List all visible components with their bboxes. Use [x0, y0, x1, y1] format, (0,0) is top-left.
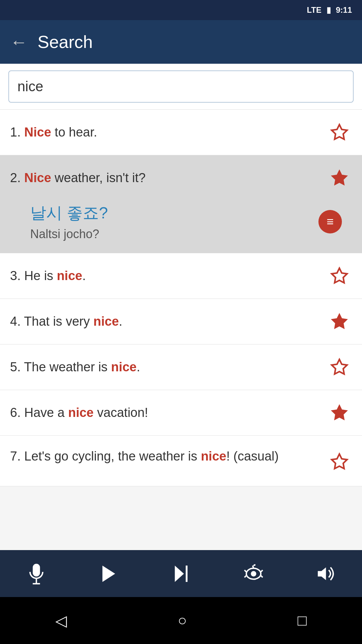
- favorite-button[interactable]: [327, 400, 352, 425]
- list-item[interactable]: 4. That is very nice.: [0, 299, 362, 344]
- slow-button[interactable]: [236, 556, 271, 591]
- svg-marker-10: [175, 566, 184, 582]
- nav-recents-icon[interactable]: □: [298, 612, 307, 629]
- result-text: 4. That is very nice.: [10, 313, 327, 330]
- volume-button[interactable]: [308, 556, 344, 591]
- signal-icon: LTE: [307, 5, 321, 15]
- svg-marker-9: [102, 566, 115, 582]
- back-icon: ←: [10, 32, 27, 52]
- turtle-icon: [243, 563, 264, 585]
- svg-marker-4: [332, 360, 347, 374]
- nav-home-icon[interactable]: ○: [178, 612, 187, 629]
- back-button[interactable]: ←: [10, 33, 27, 51]
- svg-marker-2: [332, 268, 347, 283]
- svg-line-14: [244, 570, 246, 572]
- svg-rect-11: [186, 566, 187, 582]
- svg-line-17: [261, 575, 262, 577]
- result-text: 5. The weather is nice.: [10, 358, 327, 376]
- svg-marker-1: [332, 170, 347, 185]
- svg-marker-6: [332, 454, 347, 469]
- svg-line-15: [244, 575, 246, 577]
- bottom-toolbar: [0, 550, 362, 597]
- list-item-expanded[interactable]: 2. Nice weather, isn't it? 날시 좋죠? Naltsi…: [0, 155, 362, 253]
- result-text: 7. Let's go cycling, the weather is nice…: [10, 447, 327, 465]
- favorite-button[interactable]: [327, 120, 352, 145]
- favorite-button[interactable]: [327, 263, 352, 288]
- favorite-button[interactable]: [327, 309, 352, 334]
- expanded-content: 날시 좋죠? Naltsi jocho? ≡: [10, 199, 352, 253]
- result-text: 3. He is nice.: [10, 267, 327, 285]
- results-list: 1. Nice to hear. 2. Nice weather, isn't …: [0, 110, 362, 559]
- svg-line-16: [261, 570, 262, 572]
- status-bar: LTE ▮ 9:11: [0, 0, 362, 20]
- audio-icon: ≡: [326, 215, 334, 229]
- svg-line-18: [252, 566, 253, 568]
- result-text: 6. Have a nice vacation!: [10, 404, 327, 422]
- romanization-text: Naltsi jocho?: [30, 227, 108, 241]
- skip-button[interactable]: [164, 556, 199, 591]
- list-item[interactable]: 5. The weather is nice.: [0, 344, 362, 390]
- microphone-icon: [25, 563, 47, 585]
- svg-marker-3: [332, 314, 347, 329]
- svg-marker-5: [332, 405, 347, 420]
- svg-line-19: [253, 565, 255, 566]
- page-title: Search: [38, 32, 93, 52]
- nav-back-icon[interactable]: ◁: [55, 612, 67, 630]
- favorite-button[interactable]: [327, 355, 352, 380]
- list-item[interactable]: 7. Let's go cycling, the weather is nice…: [0, 436, 362, 486]
- time-display: 9:11: [336, 5, 352, 15]
- svg-point-13: [251, 571, 256, 576]
- korean-text: 날시 좋죠?: [30, 202, 108, 224]
- battery-icon: ▮: [326, 5, 331, 15]
- skip-icon: [170, 563, 192, 585]
- list-item[interactable]: 1. Nice to hear.: [0, 110, 362, 155]
- favorite-button[interactable]: [327, 165, 352, 191]
- search-input[interactable]: [8, 70, 354, 103]
- favorite-button[interactable]: [327, 449, 352, 474]
- audio-button[interactable]: ≡: [318, 210, 342, 233]
- result-text: 2. Nice weather, isn't it?: [10, 169, 327, 187]
- volume-icon: [315, 563, 337, 585]
- search-container: [0, 64, 362, 110]
- list-item[interactable]: 6. Have a nice vacation!: [0, 390, 362, 436]
- play-button[interactable]: [91, 556, 126, 591]
- microphone-button[interactable]: [19, 556, 54, 591]
- svg-marker-0: [332, 125, 347, 140]
- result-text: 1. Nice to hear.: [10, 123, 327, 141]
- toolbar: ← Search: [0, 20, 362, 64]
- nav-bar: ◁ ○ □: [0, 597, 362, 644]
- list-item[interactable]: 3. He is nice.: [0, 253, 362, 299]
- play-icon: [98, 563, 120, 585]
- svg-marker-20: [318, 567, 326, 580]
